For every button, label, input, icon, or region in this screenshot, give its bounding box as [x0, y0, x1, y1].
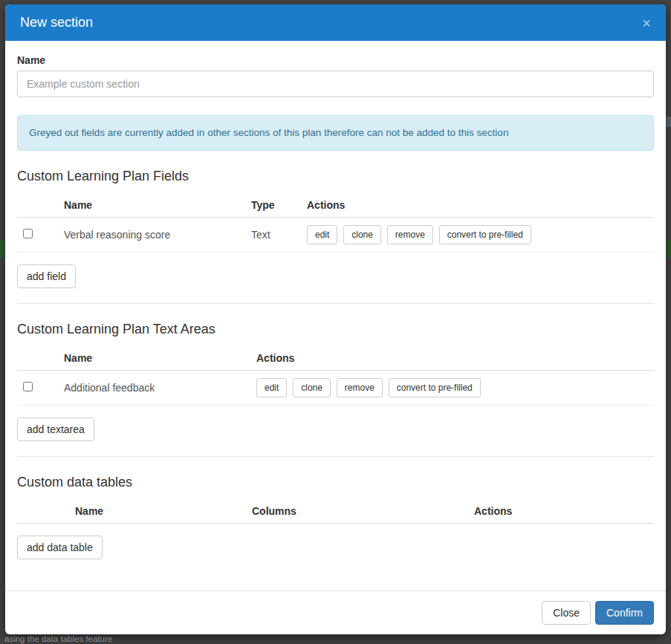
checkbox-cell — [17, 218, 58, 253]
table-row: Verbal reasoning score Text edit clone r… — [17, 218, 654, 253]
info-alert: Greyed out fields are currently added in… — [17, 115, 654, 151]
modal-body: Name Greyed out fields are currently add… — [5, 41, 666, 591]
add-field-button[interactable]: add field — [17, 264, 76, 288]
close-icon[interactable]: × — [642, 16, 651, 30]
column-header-type: Type — [245, 193, 301, 218]
remove-button[interactable]: remove — [387, 225, 433, 244]
add-textarea-button[interactable]: add textarea — [17, 417, 94, 441]
column-header-name: Name — [58, 346, 250, 371]
field-name-cell: Verbal reasoning score — [58, 218, 245, 253]
column-header-columns: Columns — [246, 499, 468, 524]
section-name-input[interactable] — [17, 71, 654, 97]
textarea-name-cell: Additional feedback — [58, 371, 250, 406]
checkbox-column-header — [17, 499, 69, 524]
clone-button[interactable]: clone — [343, 225, 381, 244]
convert-to-pre-filled-button[interactable]: convert to pre-filled — [439, 225, 531, 244]
textareas-table: Name Actions Additional feedback edit cl… — [17, 346, 654, 406]
fields-table: Name Type Actions Verbal reasoning score… — [17, 193, 654, 253]
modal-title: New section — [20, 15, 93, 30]
remove-button[interactable]: remove — [337, 378, 383, 397]
name-label: Name — [17, 54, 654, 66]
textareas-section-heading: Custom Learning Plan Text Areas — [17, 322, 654, 337]
edit-button[interactable]: edit — [256, 378, 287, 397]
row-checkbox[interactable] — [23, 229, 33, 238]
fields-table-header-row: Name Type Actions — [17, 193, 654, 218]
confirm-button[interactable]: Confirm — [595, 601, 654, 625]
column-header-actions: Actions — [301, 193, 654, 218]
new-section-modal: New section × Name Greyed out fields are… — [5, 4, 666, 634]
add-data-table-button[interactable]: add data table — [17, 536, 103, 559]
actions-cell: edit clone remove convert to pre-filled — [301, 218, 654, 253]
column-header-actions: Actions — [250, 346, 654, 371]
close-button[interactable]: Close — [542, 601, 591, 625]
background-page-sliver — [666, 117, 671, 127]
column-header-actions: Actions — [468, 499, 654, 524]
column-header-name: Name — [58, 193, 245, 218]
background-page-text: asing the data tables feature — [4, 634, 112, 643]
section-divider — [17, 456, 654, 457]
field-type-cell: Text — [245, 218, 301, 253]
convert-to-pre-filled-button[interactable]: convert to pre-filled — [389, 378, 481, 397]
section-divider — [17, 303, 654, 304]
textareas-table-header-row: Name Actions — [17, 346, 654, 371]
checkbox-column-header — [17, 346, 58, 371]
data-tables-section-heading: Custom data tables — [17, 475, 654, 490]
data-tables-table: Name Columns Actions — [17, 499, 654, 524]
row-checkbox[interactable] — [23, 382, 33, 391]
column-header-name: Name — [69, 499, 246, 524]
modal-footer: Close Confirm — [5, 591, 666, 634]
checkbox-column-header — [17, 193, 58, 218]
edit-button[interactable]: edit — [307, 225, 337, 244]
modal-header: New section × — [5, 4, 666, 41]
table-row: Additional feedback edit clone remove co… — [17, 371, 654, 406]
actions-cell: edit clone remove convert to pre-filled — [250, 371, 654, 406]
clone-button[interactable]: clone — [293, 378, 331, 397]
checkbox-cell — [17, 371, 58, 406]
fields-section-heading: Custom Learning Plan Fields — [17, 169, 654, 184]
data-tables-header-row: Name Columns Actions — [17, 499, 654, 524]
